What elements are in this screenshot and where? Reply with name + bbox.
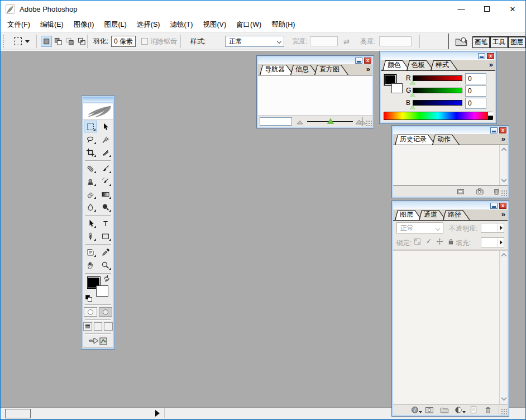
palette-title-bar[interactable]: x [393,127,508,134]
palette-tab[interactable]: 颜色 [382,60,410,70]
minimize-icon[interactable] [478,53,485,59]
palette-tab[interactable]: 导航器 [260,65,294,75]
add-layer-mask-button[interactable] [424,405,434,414]
scrollbar[interactable] [499,145,508,185]
gradient-tool[interactable] [99,188,112,200]
scroll-up-icon[interactable] [500,251,508,259]
standard-screen-mode-button[interactable] [83,322,92,331]
close-button[interactable]: ✕ [500,1,525,17]
color-spectrum-ramp[interactable] [384,112,492,120]
background-color-swatch[interactable] [96,285,108,297]
menu-item[interactable]: 文件(F) [2,20,35,30]
fullscreen-mode-button[interactable] [104,322,113,331]
blur-tool[interactable] [84,201,97,213]
options-bar-grip[interactable] [2,35,5,48]
zoom-in-icon[interactable] [355,118,366,125]
channel-slider[interactable] [413,75,462,81]
magic-wand-tool[interactable] [99,133,112,145]
eraser-tool[interactable] [84,188,97,200]
swap-colors-icon[interactable] [103,275,110,282]
new-document-from-state-button[interactable] [456,187,466,196]
add-to-selection-button[interactable] [52,36,64,47]
swap-dimensions-icon[interactable]: ⇄ [343,37,350,46]
maximize-button[interactable] [474,1,500,17]
height-input[interactable] [379,36,412,46]
palette-title-bar[interactable]: x [381,52,495,60]
palette-well-tab[interactable]: 画笔 [472,37,490,48]
minimize-button[interactable]: — [448,1,474,17]
crop-tool[interactable] [84,146,97,158]
subtract-from-selection-button[interactable] [64,36,75,47]
palette-tab[interactable]: 色板 [407,60,434,70]
menu-item[interactable]: 滤镜(T) [165,20,198,30]
status-menu-arrow-icon[interactable] [155,410,160,417]
navigator-zoom-field[interactable] [260,117,292,126]
lock-transparency-icon[interactable] [413,237,421,245]
zoom-tool[interactable] [99,259,112,271]
delete-layer-button[interactable] [483,405,493,414]
minimize-icon[interactable] [355,58,362,64]
scroll-down-icon[interactable] [500,395,508,404]
pen-tool[interactable] [84,230,97,242]
channel-slider[interactable] [413,100,462,106]
slice-tool[interactable] [99,146,112,158]
menu-item[interactable]: 窗口(W) [231,20,266,30]
brush-tool[interactable] [99,163,112,174]
menu-item[interactable]: 编辑(E) [35,20,69,30]
palette-tab[interactable]: 信息 [290,65,318,75]
menu-item[interactable]: 帮助(H) [266,20,300,30]
history-brush-tool[interactable] [99,175,112,187]
channel-value-input[interactable] [465,85,486,97]
palette-tab[interactable]: 图层 [395,210,422,220]
zoom-out-icon[interactable] [296,118,304,125]
type-tool[interactable]: T [99,217,112,229]
palette-menu-icon[interactable]: » [366,65,372,75]
toolbox-title-bar[interactable] [83,97,113,102]
menu-item[interactable]: 视图(V) [198,20,231,30]
blend-mode-select[interactable]: 正常 [396,222,443,233]
palette-title-bar[interactable]: x [258,57,372,64]
minimize-icon[interactable] [490,127,498,133]
lock-all-icon[interactable] [447,237,455,245]
channel-slider-thumb[interactable] [410,80,415,85]
close-icon[interactable]: x [487,53,494,59]
eyedropper-tool[interactable] [99,246,112,258]
channel-value-input[interactable] [465,73,486,84]
healing-brush-tool[interactable] [84,163,97,174]
style-select[interactable]: 正常 [225,36,284,47]
intersect-selection-button[interactable] [76,36,87,47]
move-tool[interactable] [99,121,112,132]
notes-tool[interactable] [84,246,97,258]
lock-image-icon[interactable] [424,237,432,245]
new-snapshot-button[interactable] [475,187,485,196]
new-adjustment-layer-button[interactable] [453,405,463,414]
menu-item[interactable]: 图像(I) [69,20,99,30]
palette-tab[interactable]: 动作 [432,135,460,145]
width-input[interactable] [310,36,338,46]
path-selection-tool[interactable] [84,217,97,229]
delete-button[interactable] [491,187,501,196]
lock-position-icon[interactable] [436,237,443,245]
palette-tab[interactable]: 历史记录 [395,135,436,145]
photoshop-feather-logo[interactable] [83,103,113,120]
channel-value-input[interactable] [465,98,486,109]
new-layer-button[interactable] [468,405,479,414]
new-selection-button[interactable] [41,36,52,47]
scroll-up-icon[interactable] [500,145,508,154]
opacity-input[interactable] [481,223,504,233]
palette-tab[interactable]: 直方图 [314,65,348,75]
antialias-checkbox[interactable] [141,38,148,45]
dodge-tool[interactable] [99,201,112,213]
opacity-slider-arrow-icon[interactable] [498,223,504,232]
hand-tool[interactable] [84,259,97,271]
channel-slider[interactable] [413,88,462,93]
close-icon[interactable]: x [364,58,371,64]
scrollbar[interactable] [499,251,508,404]
clone-stamp-tool[interactable] [84,175,97,187]
palette-well-tab[interactable]: 工具 [490,37,508,48]
lasso-tool[interactable] [84,133,97,145]
edit-in-imageready-button[interactable] [87,336,109,346]
scroll-down-icon[interactable] [500,177,508,185]
fill-slider-arrow-icon[interactable] [498,238,504,247]
fullscreen-with-menu-button[interactable] [94,322,103,331]
